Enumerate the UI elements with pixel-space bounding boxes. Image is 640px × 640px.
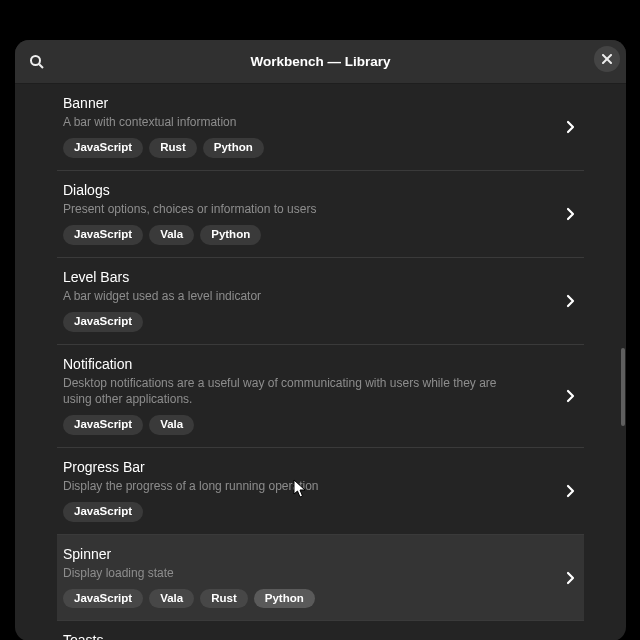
close-button[interactable]: [594, 46, 620, 72]
library-window: Workbench — Library BannerA bar with con…: [15, 40, 626, 640]
library-row[interactable]: BannerA bar with contextual informationJ…: [57, 84, 584, 171]
row-title: Dialogs: [63, 181, 548, 199]
row-description: A bar widget used as a level indicator: [63, 288, 503, 304]
row-description: Desktop notifications are a useful way o…: [63, 375, 503, 407]
svg-point-0: [31, 56, 40, 65]
language-tag[interactable]: Rust: [149, 138, 197, 158]
chevron-right-icon: [566, 120, 576, 134]
language-tag[interactable]: Python: [203, 138, 264, 158]
row-description: Display loading state: [63, 565, 503, 581]
chevron-right-icon: [566, 484, 576, 498]
row-title: Banner: [63, 94, 548, 112]
tag-list: JavaScriptValaRustPython: [63, 589, 548, 609]
chevron-right-icon: [566, 389, 576, 403]
language-tag[interactable]: Rust: [200, 589, 248, 609]
svg-line-1: [39, 64, 43, 68]
language-tag[interactable]: JavaScript: [63, 589, 143, 609]
tag-list: JavaScriptValaPython: [63, 225, 548, 245]
row-title: Spinner: [63, 545, 548, 563]
chevron-right-icon: [566, 207, 576, 221]
row-description: A bar with contextual information: [63, 114, 503, 130]
scrollbar-thumb[interactable]: [621, 348, 625, 426]
close-icon: [602, 54, 612, 64]
language-tag[interactable]: Python: [254, 589, 315, 609]
tag-list: JavaScriptRustPython: [63, 138, 548, 158]
language-tag[interactable]: Vala: [149, 589, 194, 609]
scroll-area: BannerA bar with contextual informationJ…: [15, 84, 626, 640]
library-row[interactable]: Progress BarDisplay the progress of a lo…: [57, 448, 584, 535]
language-tag[interactable]: JavaScript: [63, 312, 143, 332]
row-title: Toasts: [63, 631, 548, 640]
language-tag[interactable]: JavaScript: [63, 225, 143, 245]
library-row[interactable]: SpinnerDisplay loading stateJavaScriptVa…: [57, 535, 584, 622]
library-row[interactable]: Level BarsA bar widget used as a level i…: [57, 258, 584, 345]
row-title: Notification: [63, 355, 548, 373]
titlebar: Workbench — Library: [15, 40, 626, 84]
tag-list: JavaScriptVala: [63, 415, 548, 435]
language-tag[interactable]: JavaScript: [63, 415, 143, 435]
library-row[interactable]: ToastsToasts, or "in-app notifications" …: [57, 621, 584, 640]
library-row[interactable]: NotificationDesktop notifications are a …: [57, 345, 584, 448]
row-title: Progress Bar: [63, 458, 548, 476]
language-tag[interactable]: JavaScript: [63, 138, 143, 158]
tag-list: JavaScript: [63, 312, 548, 332]
language-tag[interactable]: JavaScript: [63, 502, 143, 522]
tag-list: JavaScript: [63, 502, 548, 522]
library-row[interactable]: DialogsPresent options, choices or infor…: [57, 171, 584, 258]
window-title: Workbench — Library: [250, 54, 390, 69]
row-description: Present options, choices or information …: [63, 201, 503, 217]
chevron-right-icon: [566, 571, 576, 585]
search-button[interactable]: [21, 46, 53, 78]
row-description: Display the progress of a long running o…: [63, 478, 503, 494]
language-tag[interactable]: Vala: [149, 415, 194, 435]
search-icon: [29, 54, 45, 70]
scrollbar[interactable]: [620, 84, 626, 640]
language-tag[interactable]: Python: [200, 225, 261, 245]
language-tag[interactable]: Vala: [149, 225, 194, 245]
library-list: BannerA bar with contextual informationJ…: [57, 84, 584, 640]
row-title: Level Bars: [63, 268, 548, 286]
chevron-right-icon: [566, 294, 576, 308]
